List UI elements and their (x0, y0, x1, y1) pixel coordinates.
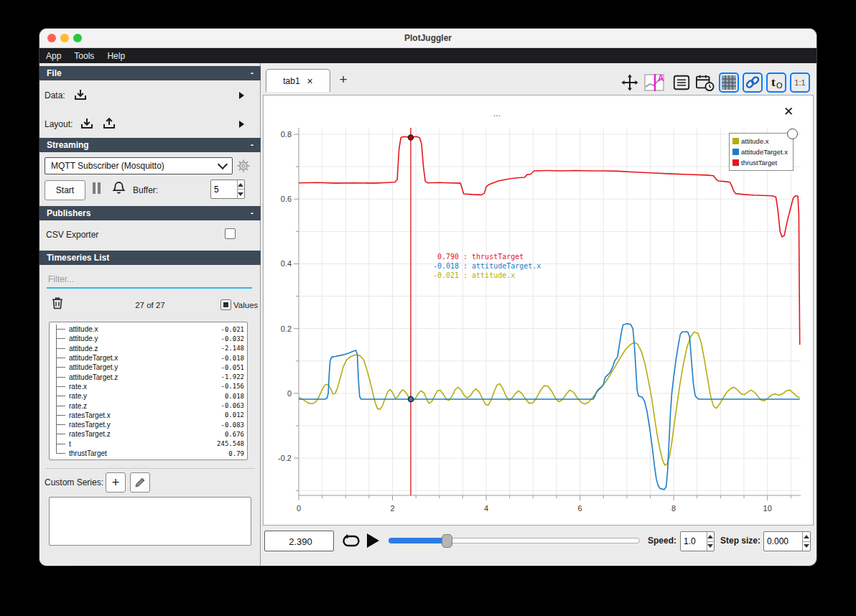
menu-item-app[interactable]: App (46, 51, 61, 61)
grid-layout-button[interactable] (719, 73, 739, 93)
legend-entry-attitudeTarget.x[interactable]: attitudeTarget.x (732, 146, 790, 157)
svg-text:4: 4 (484, 504, 488, 513)
readout-line-attitude.x: -0.021 : attitude.x (427, 271, 541, 280)
data-expand-arrow-icon[interactable] (239, 92, 244, 99)
time-offset-button[interactable]: t O (766, 73, 786, 93)
timeseries-row-attitudeTarget.z[interactable]: attitudeTarget.z-1.922 (50, 372, 244, 381)
publishers-section-header[interactable]: Publishers - (39, 206, 261, 220)
series-name: attitude.x (69, 325, 220, 333)
datetime-button[interactable] (695, 73, 715, 93)
time-input[interactable] (265, 531, 336, 552)
layout-expand-arrow-icon[interactable] (239, 121, 244, 128)
tab-close-icon[interactable]: × (307, 76, 313, 86)
save-layout-icon[interactable] (101, 116, 117, 132)
series-value: -2.148 (220, 345, 244, 352)
play-button[interactable] (365, 532, 381, 549)
legend-handle[interactable] (787, 129, 798, 139)
tree-branch-icon (56, 358, 65, 358)
tracker-text-button[interactable]: A (643, 73, 668, 93)
add-custom-series-button[interactable]: + (106, 472, 126, 493)
streaming-section-header[interactable]: Streaming - (39, 138, 261, 152)
legend-entry-thrustTarget[interactable]: thrustTarget (732, 157, 790, 168)
link-axes-button[interactable] (743, 73, 763, 93)
tree-branch-icon (56, 386, 65, 387)
tracker-marker-attitudeTarget.x (408, 396, 413, 401)
divider (45, 468, 255, 469)
timeseries-row-attitude.x[interactable]: attitude.x-0.021 (50, 325, 244, 334)
speed-spin-up[interactable] (707, 532, 714, 541)
timeseries-row-attitude.z[interactable]: attitude.z-2.148 (50, 344, 244, 353)
load-data-icon[interactable] (73, 88, 88, 103)
slider-handle[interactable] (442, 534, 452, 548)
timeseries-row-thrustTarget[interactable]: thrustTarget0.79 (50, 449, 244, 458)
timeseries-row-ratesTarget.x[interactable]: ratesTarget.x0.012 (50, 411, 244, 420)
step-size-spinbox[interactable] (763, 531, 811, 551)
legend-entry-attitude.x[interactable]: attitude.x (732, 136, 790, 146)
buffer-spin-up[interactable] (238, 180, 244, 189)
tree-branch-icon (56, 434, 65, 434)
step-size-input[interactable] (764, 532, 802, 551)
svg-text:0.8: 0.8 (281, 130, 292, 139)
timeseries-row-ratesTarget.y[interactable]: ratesTarget.y-0.083 (50, 420, 244, 429)
series-name: attitudeTarget.y (69, 363, 220, 371)
series-value: 0.79 (228, 450, 244, 457)
legend-swatch (732, 159, 739, 166)
svg-text:8: 8 (671, 504, 676, 513)
notification-bell-icon[interactable] (111, 180, 126, 196)
menu-item-tools[interactable]: Tools (74, 51, 94, 61)
step-spin-down[interactable] (803, 541, 810, 551)
filter-input[interactable] (47, 270, 255, 289)
speed-input[interactable] (681, 532, 707, 551)
move-widgets-button[interactable] (620, 73, 640, 93)
timeseries-row-ratesTarget.z[interactable]: ratesTarget.z0.676 (50, 429, 244, 439)
start-button[interactable]: Start (45, 180, 85, 200)
buffer-spinbox[interactable] (210, 179, 245, 199)
tab-tab1[interactable]: tab1 × (266, 69, 330, 92)
filter-field (47, 270, 252, 289)
series-name: t (69, 440, 217, 448)
timeseries-row-attitudeTarget.x[interactable]: attitudeTarget.x-0.018 (50, 353, 244, 363)
streaming-source-dropdown[interactable]: MQTT Subscriber (Mosquitto) (45, 157, 233, 174)
timeseries-row-rate.y[interactable]: rate.y0.018 (50, 391, 244, 401)
loop-icon[interactable] (342, 533, 360, 549)
step-size-label: Step size: (720, 536, 760, 546)
values-checkbox[interactable] (220, 299, 231, 310)
playback-bar: Speed: Step size: (263, 526, 817, 556)
timeseries-row-t[interactable]: t245.548 (50, 439, 244, 449)
step-spin-up[interactable] (803, 532, 810, 541)
timeseries-row-rate.z[interactable]: rate.z-0.063 (50, 401, 244, 410)
add-tab-button[interactable]: + (335, 70, 352, 89)
timeseries-section-header[interactable]: Timeseries List (39, 251, 261, 265)
timeseries-list[interactable]: attitude.x-0.021attitude.y-0.032attitude… (49, 322, 248, 460)
speed-spinbox[interactable] (680, 531, 715, 551)
tree-branch-icon (56, 348, 65, 349)
series-value: -0.021 (220, 326, 244, 333)
buffer-spin-buttons[interactable] (237, 180, 244, 198)
ratio-1-1-button[interactable]: 1:1 (790, 73, 810, 93)
series-value: 0.676 (225, 431, 244, 438)
start-button-label: Start (56, 185, 74, 195)
series-name: thrustTarget (69, 449, 228, 457)
time-slider[interactable] (389, 536, 640, 546)
timeseries-row-attitude.y[interactable]: attitude.y-0.032 (50, 334, 244, 343)
pause-icon[interactable] (93, 182, 101, 194)
edit-custom-series-button[interactable] (130, 472, 150, 493)
custom-series-list[interactable] (49, 497, 251, 546)
csv-exporter-checkbox[interactable] (225, 228, 236, 239)
timeseries-row-attitudeTarget.y[interactable]: attitudeTarget.y-0.051 (50, 363, 244, 372)
streaming-settings-gear-icon[interactable] (236, 158, 251, 174)
file-section-header[interactable]: File - (39, 66, 261, 80)
timeseries-row-rate.x[interactable]: rate.x-0.156 (50, 382, 244, 391)
chevron-down-icon (218, 159, 228, 169)
legend[interactable]: attitude.xattitudeTarget.xthrustTarget (729, 133, 794, 171)
buffer-spin-down[interactable] (238, 189, 244, 198)
tracker-letter: A (658, 73, 664, 83)
menu-item-help[interactable]: Help (107, 51, 125, 61)
speed-spin-down[interactable] (707, 541, 714, 551)
time-display[interactable] (264, 531, 334, 551)
curve-list-button[interactable] (671, 73, 692, 93)
tree-branch-icon (56, 396, 65, 396)
streaming-source-value: MQTT Subscriber (Mosquitto) (51, 161, 219, 171)
buffer-input[interactable] (211, 180, 237, 198)
load-layout-icon[interactable] (79, 116, 95, 132)
